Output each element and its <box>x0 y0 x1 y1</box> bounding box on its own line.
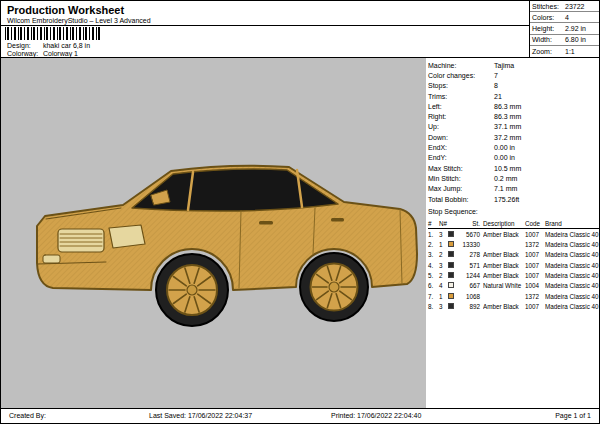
col-code: Code <box>525 220 545 227</box>
needle-number: 3 <box>439 303 448 310</box>
info-label: Min Stitch: <box>428 175 494 182</box>
col-description: Description <box>483 220 525 227</box>
stitch-count: 13330 <box>457 241 483 248</box>
swatch-cell <box>448 293 457 300</box>
colorway-value: Colorway 1 <box>43 50 78 57</box>
thread-brand: Madeira Classic 40 <box>545 282 599 289</box>
front-wheel <box>156 254 228 326</box>
design-value: khaki car 6,8 in <box>43 42 90 49</box>
info-value: 86.3 mm <box>494 103 521 110</box>
info-right: Right:86.3 mm <box>428 111 599 121</box>
stat-label: Width: <box>532 36 565 43</box>
thread-code: 1007 <box>525 251 545 258</box>
needle-number: 1 <box>439 293 448 300</box>
info-value: 10.5 mm <box>494 165 521 172</box>
thread-code: 1007 <box>525 272 545 279</box>
info-value: 0.2 mm <box>494 175 517 182</box>
stitch-count: 571 <box>457 262 483 269</box>
stop-sequence-row: 6. 4 667 Natural White 1004 Madeira Clas… <box>428 281 599 291</box>
barcode <box>5 27 101 40</box>
needle-number: 2 <box>439 272 448 279</box>
stop-sequence-row: 8. 3 892 Amber Black 1007 Madeira Classi… <box>428 301 599 311</box>
thread-color-swatch <box>448 241 454 247</box>
info-label: Total Bobbin: <box>428 196 494 203</box>
production-worksheet-page: Production Worksheet Wilcom EmbroiderySt… <box>0 0 600 424</box>
thread-description: Amber Black <box>483 272 525 279</box>
stop-sequence-row: 1. 3 5670 Amber Black 1007 Madeira Class… <box>428 229 599 239</box>
stat-label: Zoom: <box>532 48 565 55</box>
stat-height: Height: 2.92 in <box>530 23 600 34</box>
thread-code: 1372 <box>525 293 545 300</box>
swatch-cell <box>448 241 457 248</box>
thread-brand: Madeira Classic 40 <box>545 303 599 310</box>
thread-brand: Madeira Classic 40 <box>545 241 599 248</box>
stat-colors: Colors: 4 <box>530 12 600 23</box>
stop-sequence-row: 5. 2 1244 Amber Black 1007 Madeira Class… <box>428 270 599 280</box>
headlight <box>109 225 145 248</box>
thread-description: Amber Black <box>483 231 525 238</box>
info-stops: Stops:8 <box>428 81 599 91</box>
info-label: Max Stitch: <box>428 165 494 172</box>
stop-sequence-title: Stop Sequence: <box>428 208 599 219</box>
thread-color-swatch <box>448 293 454 299</box>
needle-number: 2 <box>439 251 448 258</box>
thread-code: 1372 <box>525 241 545 248</box>
row-index: 1. <box>428 231 439 238</box>
created-by: Created By: <box>9 409 46 422</box>
stitch-count: 892 <box>457 303 483 310</box>
info-value: 0.00 in <box>494 144 515 151</box>
info-label: Machine: <box>428 62 494 69</box>
app-subtitle: Wilcom EmbroideryStudio – Level 3 Advanc… <box>7 17 151 24</box>
col-stitches: St. <box>457 220 483 227</box>
col-brand: Brand <box>545 220 599 227</box>
col-num: # <box>428 220 439 227</box>
thread-description: Natural White <box>483 282 525 289</box>
info-trims: Trims:21 <box>428 91 599 101</box>
info-label: EndY: <box>428 154 494 161</box>
stat-label: Height: <box>532 25 565 32</box>
col-needle: N# <box>439 220 448 227</box>
info-label: Stops: <box>428 82 494 89</box>
thread-color-swatch <box>448 272 454 278</box>
needle-number: 3 <box>439 231 448 238</box>
car-windows <box>132 169 338 211</box>
info-value: 21 <box>494 93 502 100</box>
stop-sequence-row: 2. 1 13330 1372 Madeira Classic 40 <box>428 239 599 249</box>
stitch-count: 1244 <box>457 272 483 279</box>
bumper-indicator <box>43 255 60 263</box>
stat-value: 4 <box>565 14 569 21</box>
stat-stitches: Stitches: 23722 <box>530 1 600 12</box>
info-label: Down: <box>428 134 494 141</box>
info-total-bobbin: Total Bobbin:175.26ft <box>428 194 599 204</box>
footer: Created By: Last Saved: 17/06/2022 22:04… <box>1 409 599 422</box>
last-saved: Last Saved: 17/06/2022 22:04:37 <box>149 409 252 422</box>
thread-code: 1007 <box>525 303 545 310</box>
stop-sequence-header: # N# St. Description Code Brand <box>428 219 599 229</box>
door-handle <box>331 218 344 222</box>
swatch-cell <box>448 231 457 238</box>
rear-wheel <box>300 253 368 321</box>
needle-number: 1 <box>439 241 448 248</box>
stitch-count: 1068 <box>457 293 483 300</box>
info-value: 7.1 mm <box>494 185 517 192</box>
colorway-row: Colorway: Colorway 1 <box>7 50 78 57</box>
thread-brand: Madeira Classic 40 <box>545 251 599 258</box>
info-endx: EndX:0.00 in <box>428 142 599 152</box>
info-value: 7 <box>494 72 498 79</box>
swatch-cell <box>448 251 457 258</box>
design-canvas <box>1 58 426 408</box>
design-name-row: Design: khaki car 6,8 in <box>7 42 90 49</box>
stat-value: 6.80 in <box>565 36 586 43</box>
page-indicator: Page 1 of 1 <box>555 409 591 422</box>
info-label: Max Jump: <box>428 185 494 192</box>
row-index: 8. <box>428 303 439 310</box>
stat-value: 1:1 <box>565 48 575 55</box>
info-label: Trims: <box>428 93 494 100</box>
info-value: 86.3 mm <box>494 113 521 120</box>
thread-color-swatch <box>448 262 454 268</box>
thread-brand: Madeira Classic 40 <box>545 293 599 300</box>
info-color-changes: Color changes:7 <box>428 70 599 80</box>
info-max-jump: Max Jump:7.1 mm <box>428 184 599 194</box>
row-index: 2. <box>428 241 439 248</box>
info-left: Left:86.3 mm <box>428 101 599 111</box>
